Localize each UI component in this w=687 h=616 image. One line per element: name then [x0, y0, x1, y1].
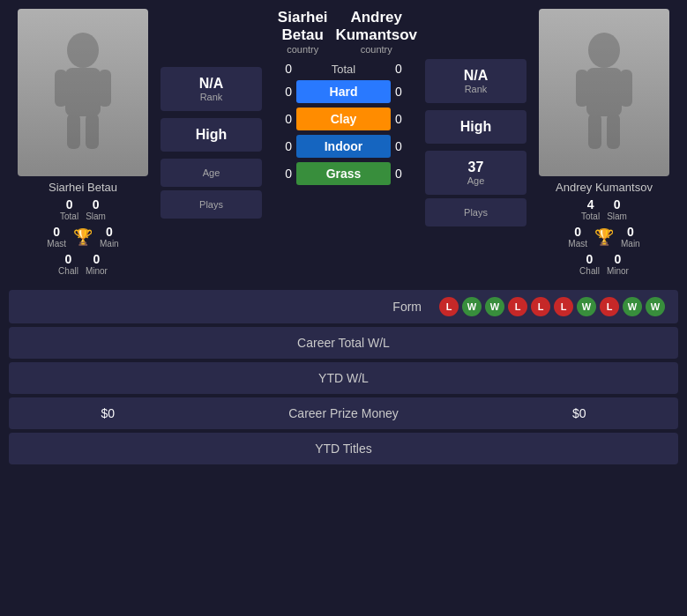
left-mast-lbl: Mast	[47, 239, 66, 249]
svg-rect-4	[67, 114, 80, 149]
career-wl-label: Career Total W/L	[22, 336, 665, 350]
hard-left-score: 0	[270, 85, 292, 99]
right-mast-lbl: Mast	[568, 239, 587, 249]
form-win-badge: W	[577, 297, 596, 316]
indoor-left-score: 0	[270, 139, 292, 153]
left-rank-panel: N/A Rank	[161, 67, 262, 111]
right-plays-label: Plays	[438, 207, 513, 218]
svg-rect-1	[65, 68, 101, 116]
svg-point-6	[588, 33, 620, 68]
ytd-titles-row: YTD Titles	[9, 433, 678, 464]
total-right-score: 0	[395, 62, 417, 76]
left-rank-value: N/A	[174, 76, 249, 92]
svg-rect-9	[620, 70, 632, 107]
svg-rect-11	[607, 114, 620, 149]
right-age-label: Age	[438, 175, 513, 186]
svg-rect-5	[86, 114, 99, 149]
svg-rect-10	[588, 114, 601, 149]
form-loss-badge: L	[439, 297, 459, 316]
svg-point-0	[67, 33, 99, 68]
right-trophy-icon: 🏆	[594, 227, 614, 247]
right-total-lbl: Total	[581, 212, 600, 221]
left-high-value: High	[174, 127, 249, 143]
left-plays-panel: Plays	[161, 190, 262, 219]
left-player-name-below: Siarhei Betau	[49, 181, 117, 194]
grass-right-score: 0	[395, 167, 417, 181]
form-badges: LWWLLLWLWW	[439, 297, 665, 316]
right-chall-lbl: Chall	[579, 266, 600, 276]
right-high-panel: High	[425, 110, 526, 144]
indoor-badge: Indoor	[296, 135, 391, 158]
left-slam-lbl: Slam	[86, 212, 106, 221]
left-total-lbl: Total	[60, 212, 78, 221]
hard-right-score: 0	[395, 85, 417, 99]
total-left-score: 0	[270, 62, 292, 76]
right-slam-val: 0	[614, 197, 621, 212]
left-age-label: Age	[174, 167, 249, 178]
left-plays-label: Plays	[174, 199, 249, 210]
left-country: country	[270, 44, 335, 55]
right-minor-val: 0	[615, 252, 622, 266]
right-rank-value: N/A	[438, 68, 513, 84]
right-slam-lbl: Slam	[607, 212, 627, 221]
left-minor-lbl: Minor	[86, 266, 108, 276]
ytd-wl-label: YTD W/L	[22, 371, 665, 385]
right-plays-panel: Plays	[425, 198, 526, 226]
clay-badge: Clay	[296, 108, 391, 130]
right-rank-label: Rank	[438, 84, 513, 94]
form-win-badge: W	[623, 297, 642, 316]
form-loss-badge: L	[508, 297, 527, 316]
form-loss-badge: L	[554, 297, 573, 316]
right-age-value: 37	[438, 160, 513, 175]
left-mast-val: 0	[53, 225, 60, 239]
form-label: Form	[22, 300, 439, 314]
form-win-badge: W	[646, 297, 665, 316]
prize-left: $0	[22, 406, 128, 420]
right-main-val: 0	[627, 225, 634, 239]
form-loss-badge: L	[600, 297, 619, 316]
form-row: Form LWWLLLWLWW	[9, 290, 678, 323]
left-chall-val: 0	[65, 252, 72, 266]
right-player-header-name: Andrey Kumantsov	[335, 9, 417, 44]
ytd-wl-row: YTD W/L	[9, 362, 678, 394]
form-win-badge: W	[485, 297, 504, 316]
right-age-panel: 37 Age	[425, 151, 526, 195]
svg-rect-2	[55, 70, 67, 107]
ytd-titles-label: YTD Titles	[22, 442, 665, 456]
right-chall-val: 0	[586, 252, 594, 266]
right-country: country	[335, 44, 417, 55]
right-mast-val: 0	[574, 225, 581, 239]
svg-rect-7	[586, 68, 622, 116]
right-rank-panel: N/A Rank	[425, 59, 526, 103]
left-minor-val: 0	[93, 252, 101, 266]
left-slam-val: 0	[93, 197, 100, 212]
left-age-panel: Age	[161, 159, 262, 187]
total-label: Total	[292, 63, 395, 76]
right-high-value: High	[438, 119, 513, 135]
right-minor-lbl: Minor	[607, 266, 629, 276]
indoor-right-score: 0	[395, 139, 417, 153]
svg-rect-8	[576, 70, 588, 107]
prize-row: $0 Career Prize Money $0	[9, 397, 678, 429]
form-win-badge: W	[462, 297, 482, 316]
left-chall-lbl: Chall	[58, 266, 78, 276]
prize-right: $0	[559, 406, 665, 420]
left-player-photo	[18, 9, 148, 176]
career-wl-row: Career Total W/L	[9, 327, 678, 359]
clay-left-score: 0	[270, 112, 292, 126]
svg-rect-3	[99, 70, 111, 107]
grass-badge: Grass	[296, 162, 391, 185]
left-rank-label: Rank	[174, 92, 249, 102]
form-loss-badge: L	[531, 297, 550, 316]
right-player-photo	[539, 9, 669, 176]
right-total-val: 4	[587, 197, 594, 212]
left-trophy-icon: 🏆	[73, 227, 93, 247]
prize-label: Career Prize Money	[128, 406, 559, 420]
left-high-panel: High	[161, 118, 262, 152]
right-main-lbl: Main	[621, 239, 640, 249]
left-main-val: 0	[106, 225, 113, 239]
grass-left-score: 0	[270, 167, 292, 181]
right-player-name-below: Andrey Kumantsov	[556, 181, 653, 194]
clay-right-score: 0	[395, 112, 417, 126]
hard-badge: Hard	[296, 80, 391, 103]
